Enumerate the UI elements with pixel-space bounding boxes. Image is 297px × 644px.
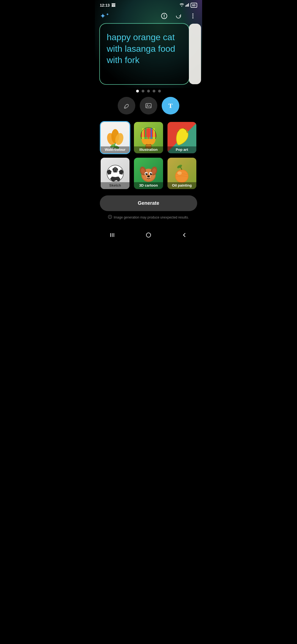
svg-rect-3 — [188, 3, 189, 7]
svg-point-41 — [147, 176, 150, 178]
top-actions — [160, 12, 197, 20]
status-icons: 60 — [180, 3, 197, 8]
style-illustration[interactable]: Illustration — [133, 121, 164, 154]
style-illustration-label: Illustration — [134, 146, 163, 153]
svg-point-9 — [192, 17, 193, 18]
svg-rect-2 — [187, 4, 188, 7]
dot-5 — [158, 90, 161, 92]
style-watercolour[interactable]: Watercolour — [100, 121, 130, 154]
style-sketch[interactable]: Sketch — [100, 157, 130, 190]
svg-point-6 — [164, 17, 164, 18]
style-3dcartoon[interactable]: 3D cartoon — [133, 157, 164, 190]
svg-point-43 — [176, 170, 188, 182]
prompt-card-wrapper: happy orange cat with lasanga food with … — [100, 24, 197, 84]
svg-point-38 — [146, 173, 147, 174]
prompt-text: happy orange cat with lasanga food with … — [107, 32, 182, 66]
svg-point-8 — [192, 15, 193, 17]
style-sketch-label: Sketch — [101, 182, 130, 189]
svg-point-7 — [192, 13, 193, 15]
svg-rect-1 — [186, 5, 187, 7]
alert-button[interactable] — [160, 12, 169, 20]
dot-4 — [153, 90, 155, 92]
status-time: 12:13 — [100, 3, 110, 7]
battery-level: 60 — [191, 3, 197, 8]
refresh-button[interactable] — [174, 12, 183, 20]
top-bar: ✦✦ — [95, 9, 202, 24]
app-logo: ✦✦ — [100, 12, 109, 20]
nav-bar — [95, 225, 202, 246]
svg-point-44 — [177, 171, 182, 175]
style-grid: Watercolour — [100, 121, 197, 190]
style-watercolour-label: Watercolour — [101, 146, 130, 153]
photo-icon: 🖼 — [111, 3, 115, 7]
wifi-icon — [180, 3, 184, 7]
text-mode-button[interactable]: T — [162, 97, 179, 114]
dot-2 — [142, 90, 144, 92]
svg-point-39 — [151, 173, 152, 174]
page-dots — [100, 90, 197, 92]
card-peek — [189, 24, 201, 84]
dot-3 — [147, 90, 150, 92]
svg-point-45 — [177, 164, 183, 169]
more-button[interactable] — [188, 12, 197, 20]
svg-point-11 — [147, 105, 148, 106]
status-bar: 12:13 🖼 60 — [95, 0, 202, 9]
prompt-card[interactable]: happy orange cat with lasanga food with … — [100, 24, 189, 84]
style-popart[interactable]: Pop art — [167, 121, 197, 154]
mode-buttons: T — [100, 97, 197, 114]
dot-1 — [136, 90, 139, 92]
style-popart-label: Pop art — [167, 146, 196, 153]
generate-button[interactable]: Generate — [100, 195, 197, 211]
status-time-area: 12:13 🖼 — [100, 3, 115, 7]
signal-icon — [185, 3, 189, 7]
recent-apps-button[interactable] — [107, 229, 119, 241]
svg-point-48 — [110, 218, 110, 218]
draw-mode-button[interactable] — [118, 97, 135, 114]
main-content: happy orange cat with lasanga food with … — [95, 24, 202, 220]
disclaimer-text: Image generation may produce unexpected … — [114, 215, 189, 219]
style-oilpainting[interactable]: Oil painting — [167, 157, 197, 190]
style-3dcartoon-label: 3D cartoon — [134, 182, 163, 189]
disclaimer-icon — [108, 215, 112, 220]
home-button[interactable] — [142, 229, 155, 241]
back-button[interactable] — [178, 229, 190, 241]
image-mode-button[interactable] — [140, 97, 157, 114]
svg-rect-0 — [185, 6, 186, 7]
disclaimer: Image generation may produce unexpected … — [100, 215, 197, 220]
style-oilpainting-label: Oil painting — [167, 182, 196, 189]
svg-rect-52 — [146, 233, 151, 237]
